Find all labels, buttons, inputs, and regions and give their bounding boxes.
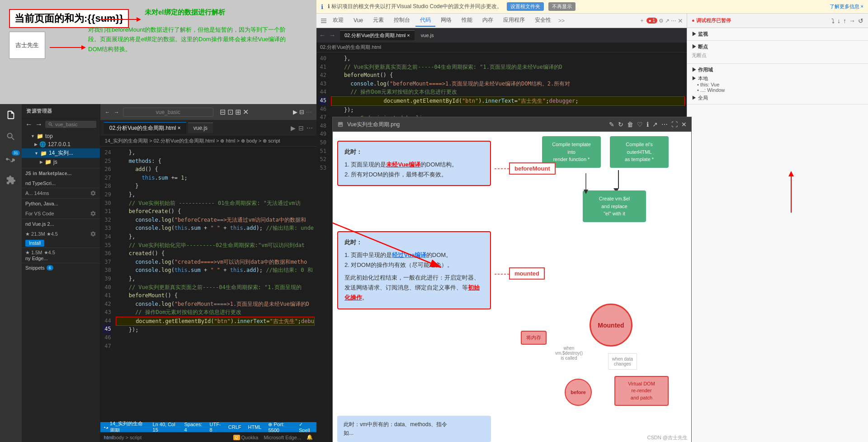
debug-split-btn[interactable]: ⊟ — [299, 109, 304, 115]
location-status[interactable]: Ln 40, Col 15 — [153, 422, 178, 432]
debug-restart[interactable]: ↺ — [858, 17, 863, 24]
annotation-text-1: 未对el绑定的数据进行解析 — [145, 8, 225, 17]
add-tab-btn[interactable]: + — [641, 18, 644, 24]
gear-icon-2[interactable] — [90, 210, 96, 217]
split-editor-btn[interactable]: ⊟ — [298, 124, 304, 132]
tab-application[interactable]: 应用程序 — [499, 14, 529, 27]
status-bar: 14_实列的生命周期 Ln 40, Col 15 Spaces: 4 UTF-8… — [100, 422, 316, 432]
search-input[interactable]: vue_basic — [123, 108, 213, 117]
scope-toggle[interactable]: ▶ 作用域 — [692, 67, 863, 73]
svg-rect-0 — [321, 19, 326, 19]
tree-item-folder14[interactable]: ▼ 📁 14_实列... — [22, 148, 100, 158]
marketplace-section: JS in Marketplace... — [22, 168, 100, 179]
breakpoints-section: ▶ 断点 无断点 — [687, 41, 868, 64]
file-nav-right[interactable]: → — [329, 32, 335, 39]
language-status[interactable]: HTML — [248, 424, 262, 430]
debug-continue[interactable]: → — [849, 17, 855, 24]
scope-global-toggle[interactable]: ▶ 全局 — [692, 95, 863, 101]
tree-item-top[interactable]: ▼ 📁 top — [22, 132, 100, 140]
file-tab-html[interactable]: 02.分析Vue的生命周期.html × — [340, 30, 415, 40]
ext-section: A... 144ms — [22, 188, 100, 198]
debug-run-btn[interactable]: ▶ — [293, 109, 297, 115]
more-actions-btn[interactable]: ⋯ — [307, 124, 313, 132]
tab-vue[interactable]: Vue — [349, 15, 368, 26]
tab-vuejs[interactable]: vue.js — [188, 123, 213, 133]
tab-network[interactable]: 网络 — [436, 14, 456, 27]
tab-html[interactable]: 02.分析Vue的生命周期.html × — [104, 122, 186, 134]
encoding-status[interactable]: UTF-8 — [210, 422, 222, 432]
no-breakpoints: 无断点 — [692, 50, 863, 61]
editor-tabs: 02.分析Vue的生命周期.html × vue.js ▶ ⊟ ⋯ — [100, 120, 316, 136]
code-lines: }, methods: { add() { this.sum += 1; } }… — [114, 147, 316, 422]
forward-btn[interactable]: → — [35, 120, 42, 128]
debug-step-into[interactable]: ↓ — [837, 17, 840, 24]
window-controls: ⊟ ⊡ ⊞ ✕ — [220, 108, 249, 116]
gear-icon-1[interactable] — [90, 190, 96, 196]
tree-item-server[interactable]: ▶ 🌐 127.0.0.1 — [22, 140, 100, 148]
ext-install[interactable]: Install — [22, 239, 100, 247]
spaces-status[interactable]: Spaces: 4 — [184, 422, 203, 432]
tab-console[interactable]: 控制台 — [389, 14, 415, 27]
debug-step-out[interactable]: ↑ — [843, 17, 846, 24]
marketplace-item1: nd TypeScri... — [22, 179, 100, 188]
file-nav-left[interactable]: ← — [319, 32, 326, 39]
maximize-btn[interactable]: ⊡ — [227, 108, 233, 116]
more-tabs-btn[interactable]: >> — [557, 18, 566, 24]
file-tree: ▼ 📁 top ▶ 🌐 127.0.0.1 ▼ 📁 14_实列... ▶ 📁 — [22, 130, 100, 168]
iv-share-btn[interactable]: ↗ — [652, 121, 658, 128]
share-icon[interactable]: ↗ — [665, 18, 670, 24]
info-box-mounted: 此时： 1. 页面中呈现的是经过Vue编译的DOM。 2. 对DOM的操作均有效… — [337, 231, 491, 309]
iv-expand-btn[interactable]: ⛶ — [671, 121, 678, 128]
no-show-btn[interactable]: 不再显示 — [548, 2, 576, 11]
tab-performance[interactable]: 性能 — [457, 14, 477, 27]
iv-delete-btn[interactable]: 🗑 — [627, 121, 633, 128]
iv-more-btn[interactable]: ⋯ — [661, 121, 668, 128]
debug-action-btns: ⤵ ↓ ↑ → ↺ — [831, 17, 863, 24]
port-status[interactable]: ⊕ Port: 5500 — [268, 422, 292, 433]
git-icon[interactable]: 31 — [0, 147, 22, 169]
watch-toggle[interactable]: ▶ 监视 — [692, 31, 863, 38]
tab-elements[interactable]: 欢迎 — [328, 14, 348, 27]
setup-folder-btn[interactable]: 设置根文件夹 — [507, 2, 544, 11]
file-tab-vuejs[interactable]: vue.js — [416, 31, 439, 39]
breakpoints-toggle[interactable]: ▶ 断点 — [692, 43, 863, 50]
extensions-icon[interactable] — [0, 169, 22, 191]
quokka-btn[interactable]: Q Quokka — [233, 435, 259, 440]
iv-edit-btn[interactable]: ✎ — [609, 121, 614, 128]
line-ending-status[interactable]: CRLF — [228, 424, 241, 430]
gear-icon-3[interactable] — [90, 231, 96, 237]
image-viewer-actions: ✎ ↻ 🗑 ♡ ℹ ↗ ⋯ ⛶ ✕ — [609, 121, 687, 128]
devtools-menu-icon[interactable] — [320, 17, 327, 24]
info-bar: ℹ ℹ 标识项目的根文件夹以打开Visual Studio Code中的源文件并… — [316, 0, 868, 14]
iv-heart-btn[interactable]: ♡ — [637, 121, 643, 128]
spell-status[interactable]: ✓ Spell — [299, 422, 313, 433]
tab-memory[interactable]: 内存 — [478, 14, 498, 27]
back-btn[interactable]: ← — [25, 120, 33, 128]
search-icon[interactable] — [0, 126, 22, 147]
debug-more-btn[interactable]: ⋯ — [306, 109, 312, 115]
close-btn[interactable]: ✕ — [243, 108, 249, 116]
explorer-icon[interactable] — [0, 104, 22, 126]
play-btn[interactable]: ▶ — [291, 124, 296, 132]
iv-close-btn[interactable]: ✕ — [681, 121, 687, 128]
minimize-btn[interactable]: ⊟ — [220, 108, 226, 116]
ext-vuejs: nd Vue.js 2... — [22, 219, 100, 229]
iv-refresh-btn[interactable]: ↻ — [618, 121, 623, 128]
grid-btn[interactable]: ⊞ — [235, 108, 241, 116]
iv-info-btn[interactable]: ℹ — [646, 121, 649, 128]
settings-icon[interactable]: ⚙ — [659, 18, 664, 24]
search-box[interactable]: vue_basic — [45, 121, 96, 128]
learn-more-link[interactable]: 了解更多信息 × — [830, 3, 863, 10]
tree-item-js[interactable]: ▶ 📁 js — [22, 158, 100, 166]
arrow-v1 — [618, 170, 619, 188]
csdn-watermark: CSDN @吉士先生 — [647, 434, 688, 441]
tab-sources[interactable]: 代码 — [415, 14, 435, 27]
scope-local-toggle[interactable]: ▶ 本地 — [692, 75, 863, 82]
edge-status[interactable]: Microsoft Edge... — [264, 435, 301, 440]
debug-step-over[interactable]: ⤵ — [831, 17, 835, 24]
svg-rect-1 — [321, 20, 326, 21]
devtools-close-icon[interactable]: ✕ — [678, 17, 683, 24]
more-icon[interactable]: ⋯ — [671, 18, 676, 24]
tab-security[interactable]: 安全性 — [530, 14, 556, 27]
tab-elements2[interactable]: 元素 — [368, 14, 388, 27]
